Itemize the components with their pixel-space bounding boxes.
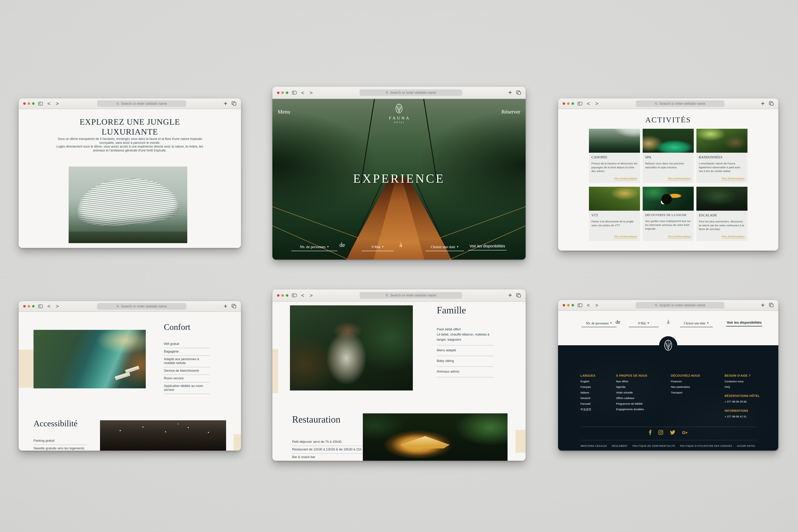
- back-button[interactable]: <: [586, 101, 591, 106]
- tab-overview-button[interactable]: [516, 91, 521, 95]
- forward-button[interactable]: >: [55, 101, 60, 106]
- end-date-select[interactable]: Choisir une date▼: [425, 245, 464, 251]
- footer-link[interactable]: Nos partenaires: [671, 385, 700, 388]
- zoom-window-button[interactable]: [286, 92, 288, 94]
- instagram-icon[interactable]: [658, 430, 663, 436]
- tab-overview-button[interactable]: [232, 101, 236, 106]
- forward-button[interactable]: >: [594, 101, 600, 106]
- tab-overview-button[interactable]: [232, 304, 236, 308]
- close-window-button[interactable]: [563, 102, 565, 105]
- footer-link[interactable]: Offres cadeaux: [616, 397, 647, 400]
- minimize-window-button[interactable]: [567, 102, 570, 105]
- new-tab-button[interactable]: +: [508, 90, 512, 95]
- address-bar[interactable]: Search or enter website name: [360, 89, 462, 96]
- footer-link[interactable]: Agenda: [616, 385, 647, 388]
- back-button[interactable]: <: [46, 304, 52, 309]
- minimize-window-button[interactable]: [281, 92, 284, 94]
- start-date-select[interactable]: 9 Mai▼: [362, 245, 394, 251]
- address-bar[interactable]: Search or enter website name: [360, 292, 462, 299]
- legal-link[interactable]: POLITIQUE D'UTILISATION DES COOKIES: [680, 445, 732, 447]
- page-footer: Nb. de personnes▼ de 9 Mai▼ à Choisir un…: [558, 300, 778, 451]
- footer-link[interactable]: Nos offres: [616, 380, 647, 383]
- legal-link[interactable]: POLITIQUE DE CONFIDENTIALITÉ: [632, 445, 675, 447]
- close-window-button[interactable]: [563, 304, 565, 306]
- new-tab-button[interactable]: +: [761, 101, 765, 107]
- footer-link[interactable]: Français: [581, 385, 595, 388]
- footer-link[interactable]: Русский: [581, 402, 595, 405]
- footer-link[interactable]: FAQ: [725, 385, 750, 388]
- close-window-button[interactable]: [23, 102, 26, 105]
- zoom-window-button[interactable]: [572, 304, 574, 306]
- close-window-button[interactable]: [23, 305, 26, 307]
- tab-overview-button[interactable]: [516, 293, 521, 298]
- availability-button[interactable]: Voir les disponibilités: [468, 244, 507, 250]
- facebook-icon[interactable]: [649, 430, 651, 436]
- footer-link[interactable]: Programme de fidélité: [616, 402, 647, 405]
- footer-link[interactable]: Contactez-nous: [725, 380, 750, 383]
- footer-link[interactable]: Finances: [671, 380, 700, 383]
- phone-number[interactable]: + 377 98 06 41 51: [725, 415, 748, 418]
- footer-link[interactable]: 中文語言: [581, 408, 595, 412]
- more-info-link[interactable]: Plus d'informations: [722, 177, 745, 181]
- more-info-link[interactable]: Plus d'informations: [614, 235, 637, 239]
- sidebar-icon[interactable]: [292, 293, 297, 297]
- footer-link[interactable]: Engagements durables: [616, 408, 647, 411]
- close-window-button[interactable]: [277, 92, 280, 94]
- end-date-select[interactable]: Choisir une date▼: [680, 321, 713, 327]
- availability-button[interactable]: Voir les disponibilités: [726, 321, 762, 326]
- sidebar-icon[interactable]: [38, 102, 43, 106]
- new-tab-button[interactable]: +: [224, 101, 227, 107]
- back-button[interactable]: <: [586, 303, 591, 308]
- legal-link[interactable]: RÈGLEMENT: [612, 445, 628, 447]
- forward-button[interactable]: >: [55, 304, 60, 309]
- more-info-link[interactable]: Plus d'informations: [614, 177, 637, 181]
- more-info-link[interactable]: Plus d'informations: [668, 177, 691, 181]
- address-bar[interactable]: Search or enter website name: [97, 303, 187, 310]
- sidebar-icon[interactable]: [577, 102, 582, 106]
- guests-select[interactable]: Nb. de personnes▼: [582, 321, 616, 327]
- minimize-window-button[interactable]: [28, 305, 30, 307]
- address-bar[interactable]: Search or enter website name: [636, 302, 724, 308]
- footer-link[interactable]: Italiano: [581, 391, 595, 394]
- more-info-link[interactable]: Plus d'informations: [668, 235, 691, 239]
- back-button[interactable]: <: [300, 293, 305, 298]
- address-bar[interactable]: Search or enter website name: [636, 100, 724, 107]
- tab-overview-button[interactable]: [769, 303, 774, 307]
- card-title: RANDONNÉES: [699, 155, 745, 159]
- sidebar-icon[interactable]: [577, 303, 582, 307]
- zoom-window-button[interactable]: [32, 102, 35, 105]
- legal-link[interactable]: MENTIONS LÉGALES: [581, 445, 607, 447]
- guests-select[interactable]: Nb. de personnes▼: [291, 245, 337, 251]
- zoom-window-button[interactable]: [286, 294, 288, 297]
- footer-link[interactable]: Transport: [671, 391, 700, 394]
- footer-column-about: À PROPOS DE NOUS Nos offres Agenda Visit…: [616, 374, 647, 411]
- zoom-window-button[interactable]: [32, 305, 35, 307]
- back-button[interactable]: <: [46, 101, 52, 106]
- google-plus-icon[interactable]: G+: [682, 430, 687, 435]
- sidebar-icon[interactable]: [38, 304, 43, 308]
- minimize-window-button[interactable]: [28, 102, 30, 105]
- phone-number[interactable]: + 377 98 06 20 00: [725, 400, 760, 403]
- sidebar-icon[interactable]: [292, 91, 297, 95]
- footer-link[interactable]: English: [581, 380, 595, 383]
- new-tab-button[interactable]: +: [508, 292, 512, 298]
- start-date-select[interactable]: 9 Mai▼: [629, 321, 659, 327]
- twitter-icon[interactable]: [670, 430, 675, 435]
- minimize-window-button[interactable]: [281, 294, 284, 297]
- back-button[interactable]: <: [300, 90, 305, 95]
- legal-link[interactable]: ACCOR HOTEL: [737, 445, 756, 447]
- footer-link[interactable]: Visite virtuelle: [616, 391, 647, 394]
- tab-overview-button[interactable]: [769, 101, 774, 106]
- forward-button[interactable]: >: [309, 90, 314, 95]
- forward-button[interactable]: >: [309, 293, 314, 298]
- fauna-logo[interactable]: FAUNA HÔTEL: [272, 103, 526, 124]
- minimize-window-button[interactable]: [567, 304, 570, 306]
- close-window-button[interactable]: [277, 294, 280, 297]
- more-info-link[interactable]: Plus d'informations: [722, 235, 745, 239]
- footer-link[interactable]: Deutsch: [581, 397, 595, 400]
- new-tab-button[interactable]: +: [761, 302, 765, 308]
- new-tab-button[interactable]: +: [224, 303, 227, 309]
- zoom-window-button[interactable]: [572, 102, 574, 105]
- forward-button[interactable]: >: [594, 303, 600, 308]
- address-bar[interactable]: Search or enter website name: [97, 100, 187, 107]
